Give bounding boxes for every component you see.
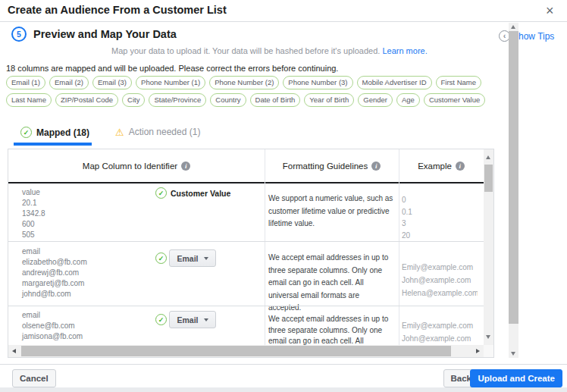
column-pill: Email (3) — [92, 76, 132, 89]
mapping-table: Map Column to Identifier i Formatting Gu… — [8, 149, 494, 358]
dialog-scrollbar[interactable] — [509, 23, 518, 358]
column-pill: State/Province — [149, 93, 206, 107]
header-bottom-border — [8, 182, 484, 183]
mapped-check-icon: ✓ — [155, 252, 167, 264]
warning-triangle-icon: ⚠ — [115, 127, 124, 137]
column-pill: Last Name — [6, 93, 52, 107]
column-pill: First Name — [436, 76, 481, 89]
page-background-strip — [0, 387, 567, 392]
column-pill: Gender — [358, 93, 393, 107]
sample-value: 20.1 — [22, 198, 45, 209]
create-audience-dialog: Create an Audience From a Customer List … — [0, 0, 567, 392]
tab-mapped-label: Mapped (18) — [36, 127, 89, 138]
active-tab-underline — [14, 143, 92, 146]
row-sample-values: value 20.1 1342.8 600 505 — [22, 187, 45, 240]
example-value: Emily@example.com — [402, 261, 478, 274]
identifier-label: Customer Value — [171, 189, 230, 198]
identifier-dropdown[interactable]: Email — [169, 249, 216, 267]
sample-value: email — [22, 310, 83, 321]
column-header-guidelines-label: Formatting Guidelines — [283, 162, 368, 171]
column-pill: Email (1) — [6, 76, 45, 89]
column-header-example-label: Example — [418, 162, 452, 171]
example-value: 20 — [402, 230, 478, 242]
sample-value: olsene@fb.com — [22, 321, 83, 331]
column-header-example: Example i — [399, 149, 484, 183]
column-pill: Date of Birth — [250, 93, 301, 107]
table-horizontal-scrollbar[interactable] — [8, 345, 484, 357]
column-pill: Age — [396, 93, 420, 107]
sample-value: margaretj@fb.com — [22, 278, 87, 289]
example-value: 0.1 — [402, 206, 478, 218]
info-icon[interactable]: i — [181, 162, 190, 171]
example-value: John@example.com — [402, 274, 478, 287]
column-pill: Mobile Advertiser ID — [357, 76, 432, 89]
identifier-dropdown-value: Email — [177, 315, 198, 325]
footer-divider — [0, 364, 567, 365]
column-pill: Year of Birth — [304, 93, 354, 107]
sample-value: value — [22, 187, 45, 198]
scroll-up-icon[interactable] — [486, 155, 490, 159]
formatting-guidelines-text: We accept email addresses in up to three… — [268, 314, 394, 345]
table-vertical-scrollbar-thumb[interactable] — [484, 165, 493, 192]
sample-value: 505 — [22, 230, 45, 240]
example-value: 3 — [402, 218, 478, 230]
mapped-check-icon: ✓ — [155, 314, 167, 325]
sample-value: andrewj@fb.com — [22, 268, 87, 278]
scroll-down-icon[interactable] — [486, 335, 490, 339]
sample-value: email — [22, 246, 87, 257]
example-value: 0 — [402, 194, 478, 206]
sample-value: 600 — [22, 219, 45, 230]
step-number-badge: 5 — [11, 27, 27, 42]
dialog-title: Create an Audience From a Customer List — [8, 4, 227, 16]
info-icon[interactable]: i — [371, 162, 381, 171]
formatting-guidelines-text: We support a numeric value, such as cust… — [268, 193, 394, 230]
mapping-summary: 18 columns are mapped and will be upload… — [6, 64, 338, 73]
column-pill: Phone Number (1) — [136, 76, 205, 89]
tab-mapped[interactable]: ✓ Mapped (18) — [20, 127, 89, 138]
column-pill: Email (2) — [49, 76, 89, 89]
example-values: 0 0.1 3 20 — [402, 194, 478, 241]
sample-value: 1342.8 — [22, 209, 45, 219]
scroll-right-icon[interactable] — [476, 349, 480, 353]
scrollbar-corner — [484, 345, 493, 357]
column-header-identifier: Map Column to Identifier i — [8, 149, 265, 183]
show-tips-button[interactable]: Show Tips — [512, 31, 554, 42]
example-value: Helena@example.com — [402, 287, 478, 299]
row-divider — [8, 241, 484, 242]
example-values: Emily@example.com John@example.com — [402, 319, 478, 345]
mapped-check-icon: ✓ — [155, 187, 167, 199]
step-description: Map your data to upload it. Your data wi… — [111, 46, 428, 55]
scroll-up-icon[interactable] — [511, 25, 515, 29]
chevron-down-icon — [204, 318, 208, 321]
tab-action-needed[interactable]: ⚠ Action needed (1) — [115, 127, 200, 137]
row-sample-values: email elizabetho@fb.com andrewj@fb.com m… — [22, 246, 87, 299]
table-vertical-scrollbar[interactable] — [484, 149, 493, 345]
example-value: Emily@example.com — [402, 319, 478, 332]
example-values: Emily@example.com John@example.com Helen… — [402, 261, 478, 299]
header-divider — [0, 21, 567, 22]
column-pill: Phone Number (2) — [209, 76, 279, 89]
mapped-check-icon: ✓ — [20, 127, 32, 138]
table-horizontal-scrollbar-thumb[interactable] — [21, 346, 451, 356]
row-sample-values: email olsene@fb.com jamisona@fb.com — [22, 310, 83, 342]
dialog-scrollbar-thumb[interactable] — [509, 31, 518, 324]
scroll-left-icon[interactable] — [12, 349, 16, 353]
identifier-dropdown[interactable]: Email — [169, 311, 216, 328]
column-pill: ZIP/Postal Code — [55, 93, 118, 107]
column-header-guidelines: Formatting Guidelines i — [265, 149, 399, 183]
info-icon[interactable]: i — [456, 162, 465, 171]
upload-and-create-button[interactable]: Upload and Create — [470, 369, 562, 387]
mapping-table-inner: Map Column to Identifier i Formatting Gu… — [8, 149, 493, 357]
table-row: email olsene@fb.com jamisona@fb.com ✓ Em… — [8, 306, 484, 345]
sample-value: elizabetho@fb.com — [22, 257, 87, 268]
learn-more-link[interactable]: Learn more. — [382, 46, 427, 55]
column-pill: Country — [210, 93, 246, 107]
column-pill: Customer Value — [424, 93, 485, 107]
column-pill: City — [122, 93, 145, 107]
sample-value: johnd@fb.com — [22, 289, 87, 299]
close-icon[interactable]: × — [546, 2, 554, 20]
example-value: John@example.com — [402, 332, 478, 345]
scroll-down-icon[interactable] — [511, 352, 515, 356]
cancel-button[interactable]: Cancel — [12, 369, 56, 387]
mapped-column-pills: Email (1) Email (2) Email (3) Phone Numb… — [6, 76, 493, 107]
